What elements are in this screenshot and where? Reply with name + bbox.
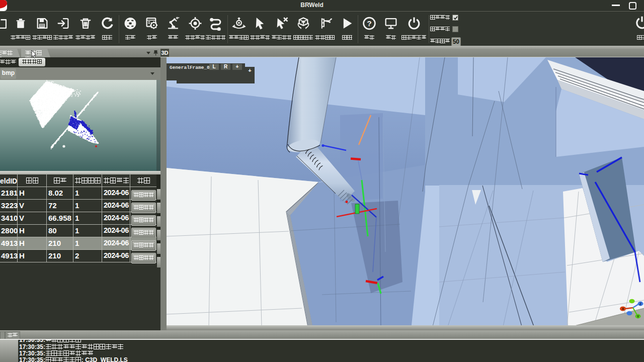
- svg-text:Z: Z: [639, 302, 642, 306]
- svg-text:Y: Y: [637, 315, 639, 318]
- svg-text:X: X: [622, 307, 624, 311]
- svg-text:?: ?: [367, 19, 371, 28]
